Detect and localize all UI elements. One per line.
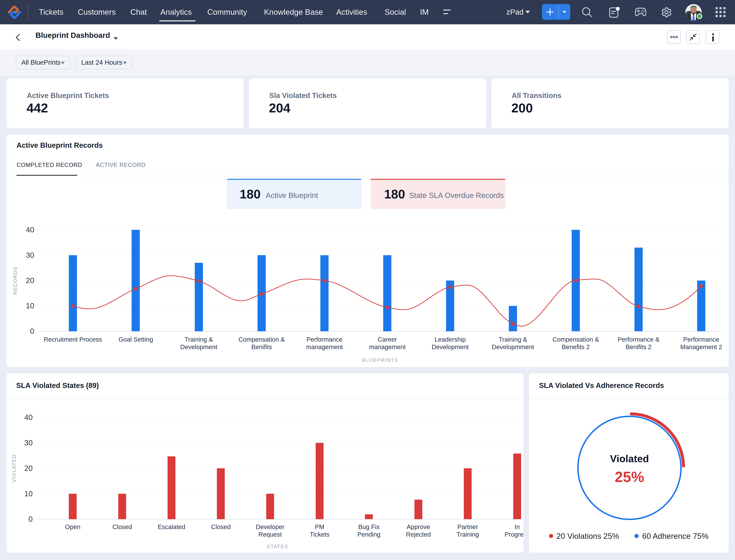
svg-text:20: 20 xyxy=(24,464,33,472)
svg-text:Benefits 2: Benefits 2 xyxy=(562,344,590,350)
svg-text:Training: Training xyxy=(457,531,479,538)
svg-text:Training &: Training & xyxy=(184,336,213,343)
svg-text:Partner: Partner xyxy=(457,523,478,530)
svg-text:Compensation &: Compensation & xyxy=(238,336,285,343)
svg-text:25%: 25% xyxy=(615,469,644,485)
svg-text:20 Violations 25%: 20 Violations 25% xyxy=(557,532,619,541)
svg-text:In: In xyxy=(515,523,520,530)
svg-text:Benifits 2: Benifits 2 xyxy=(626,344,652,350)
svg-text:30: 30 xyxy=(26,251,34,259)
svg-text:Training &: Training & xyxy=(499,336,527,343)
svg-text:Approve: Approve xyxy=(407,523,430,530)
svg-text:Benifits: Benifits xyxy=(251,344,272,350)
svg-text:10: 10 xyxy=(26,302,34,310)
svg-text:Developmment: Developmment xyxy=(492,344,534,350)
svg-text:Compensation &: Compensation & xyxy=(553,336,599,343)
svg-text:Performance: Performance xyxy=(683,336,719,343)
svg-text:RECORDS: RECORDS xyxy=(12,266,18,295)
svg-text:Pending: Pending xyxy=(357,531,381,538)
svg-text:management: management xyxy=(306,344,343,350)
svg-text:30: 30 xyxy=(24,439,33,447)
svg-text:40: 40 xyxy=(24,413,33,422)
svg-text:Bug Fix: Bug Fix xyxy=(358,523,380,530)
svg-text:Closed: Closed xyxy=(112,523,132,530)
svg-text:PM: PM xyxy=(315,523,324,530)
svg-text:Open: Open xyxy=(65,523,80,530)
svg-text:Career: Career xyxy=(378,336,397,343)
svg-text:Developer: Developer xyxy=(256,523,284,530)
svg-text:STATES: STATES xyxy=(267,544,288,549)
svg-text:40: 40 xyxy=(26,226,34,234)
svg-text:Development: Development xyxy=(432,344,469,350)
svg-text:20: 20 xyxy=(26,276,34,285)
svg-text:Management 2: Management 2 xyxy=(680,344,722,350)
svg-text:BLUEPRINTS: BLUEPRINTS xyxy=(362,357,398,363)
svg-text:Tickets: Tickets xyxy=(310,531,329,538)
svg-text:Request: Request xyxy=(258,531,282,538)
svg-text:management: management xyxy=(369,344,406,350)
svg-text:Leadership: Leadership xyxy=(435,336,466,343)
svg-text:Escalated: Escalated xyxy=(158,523,185,530)
svg-text:Performance: Performance xyxy=(306,336,342,343)
svg-text:Performance &: Performance & xyxy=(618,336,660,343)
svg-text:Progress: Progress xyxy=(505,531,524,538)
svg-text:60 Adherence 75%: 60 Adherence 75% xyxy=(642,532,709,541)
svg-text:VIOLATED: VIOLATED xyxy=(11,454,17,482)
svg-text:0: 0 xyxy=(28,515,33,523)
svg-text:10: 10 xyxy=(24,490,33,498)
svg-text:Goal Setting: Goal Setting xyxy=(118,336,153,343)
svg-text:Development: Development xyxy=(180,344,217,350)
svg-text:Violated: Violated xyxy=(610,453,649,464)
svg-text:0: 0 xyxy=(30,327,34,335)
svg-text:Rejected: Rejected xyxy=(406,531,431,538)
svg-text:Recruitment Process: Recruitment Process xyxy=(44,336,102,343)
svg-text:Closed: Closed xyxy=(211,523,231,530)
